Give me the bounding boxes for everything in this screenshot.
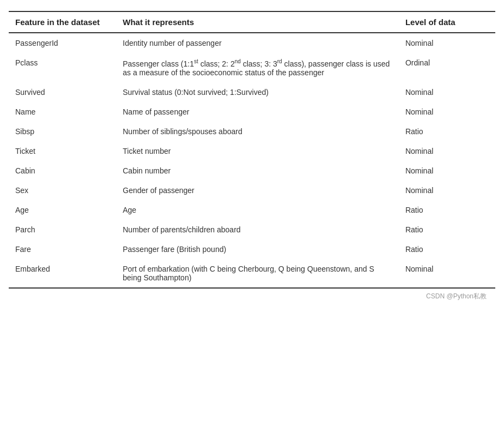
col-header-level: Level of data — [399, 11, 495, 33]
cell-feature: Survived — [9, 82, 116, 102]
col-header-what: What it represents — [116, 11, 399, 33]
watermark: CSDN @Python私教 — [9, 289, 495, 301]
cell-level: Nominal — [399, 33, 495, 53]
cell-feature: Parch — [9, 220, 116, 239]
table-container: Feature in the dataset What it represent… — [0, 0, 504, 317]
table-header-row: Feature in the dataset What it represent… — [9, 11, 495, 33]
table-row: EmbarkedPort of embarkation (with C bein… — [9, 259, 495, 288]
cell-feature: Embarked — [9, 259, 116, 288]
cell-level: Nominal — [399, 82, 495, 102]
cell-level: Nominal — [399, 161, 495, 181]
table-row: PclassPassenger class (1:1st class; 2: 2… — [9, 53, 495, 82]
cell-level: Nominal — [399, 181, 495, 200]
table-row: NameName of passengerNominal — [9, 102, 495, 122]
cell-what: Identity number of passenger — [116, 33, 399, 53]
cell-what: Passenger class (1:1st class; 2: 2nd cla… — [116, 53, 399, 82]
cell-what: Survival status (0:Not survived; 1:Survi… — [116, 82, 399, 102]
table-row: SurvivedSurvival status (0:Not survived;… — [9, 82, 495, 102]
cell-level: Ratio — [399, 122, 495, 141]
cell-what: Ticket number — [116, 141, 399, 161]
table-row: ParchNumber of parents/children aboardRa… — [9, 220, 495, 239]
cell-level: Ordinal — [399, 53, 495, 82]
cell-feature: Pclass — [9, 53, 116, 82]
cell-feature: Age — [9, 200, 116, 220]
data-table: Feature in the dataset What it represent… — [9, 11, 495, 289]
cell-what: Gender of passenger — [116, 181, 399, 200]
cell-feature: Sibsp — [9, 122, 116, 141]
cell-what: Cabin number — [116, 161, 399, 181]
cell-feature: Cabin — [9, 161, 116, 181]
col-header-feature: Feature in the dataset — [9, 11, 116, 33]
cell-level: Ratio — [399, 239, 495, 259]
table-row: TicketTicket numberNominal — [9, 141, 495, 161]
cell-what: Passenger fare (British pound) — [116, 239, 399, 259]
cell-feature: Ticket — [9, 141, 116, 161]
cell-level: Ratio — [399, 220, 495, 239]
table-row: SibspNumber of siblings/spouses aboardRa… — [9, 122, 495, 141]
cell-what: Name of passenger — [116, 102, 399, 122]
table-row: CabinCabin numberNominal — [9, 161, 495, 181]
cell-what: Age — [116, 200, 399, 220]
cell-level: Ratio — [399, 200, 495, 220]
cell-what: Number of siblings/spouses aboard — [116, 122, 399, 141]
cell-feature: PassengerId — [9, 33, 116, 53]
cell-level: Nominal — [399, 259, 495, 288]
table-row: SexGender of passengerNominal — [9, 181, 495, 200]
table-row: FarePassenger fare (British pound)Ratio — [9, 239, 495, 259]
cell-level: Nominal — [399, 141, 495, 161]
cell-feature: Sex — [9, 181, 116, 200]
cell-feature: Name — [9, 102, 116, 122]
table-row: AgeAgeRatio — [9, 200, 495, 220]
cell-feature: Fare — [9, 239, 116, 259]
cell-level: Nominal — [399, 102, 495, 122]
cell-what: Port of embarkation (with C being Cherbo… — [116, 259, 399, 288]
table-row: PassengerIdIdentity number of passengerN… — [9, 33, 495, 53]
cell-what: Number of parents/children aboard — [116, 220, 399, 239]
